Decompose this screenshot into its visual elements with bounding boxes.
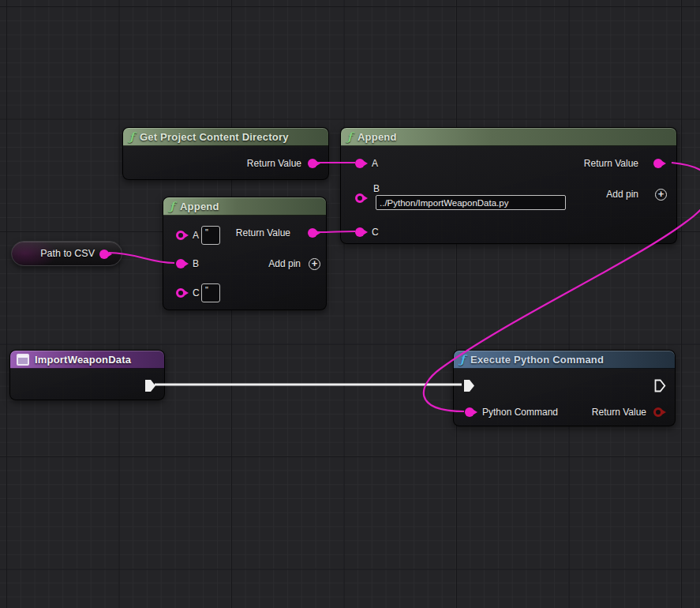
- pin-b-label: B: [373, 183, 380, 195]
- node-import-weapon-data-event[interactable]: ImportWeaponData: [9, 350, 165, 400]
- pin-b[interactable]: [176, 259, 185, 268]
- return-value-pin[interactable]: [653, 407, 663, 417]
- function-icon: ƒ: [170, 201, 174, 212]
- add-pin-icon[interactable]: +: [655, 189, 667, 201]
- pin-a-label: A: [193, 230, 199, 242]
- node-execute-python-command[interactable]: ƒ Execute Python Command Python Command …: [453, 350, 676, 426]
- return-value-pin[interactable]: [308, 228, 317, 238]
- node-header[interactable]: ƒ Get Project Content Directory: [123, 128, 328, 146]
- add-pin-label: Add pin: [268, 258, 301, 270]
- python-command-pin[interactable]: [465, 407, 474, 417]
- exec-output-pin[interactable]: [144, 379, 156, 392]
- pin-b-value-field[interactable]: [376, 195, 566, 210]
- pin-c-label: C: [372, 227, 379, 238]
- blueprint-graph-canvas[interactable]: ƒ Get Project Content Directory Return V…: [0, 0, 700, 608]
- node-header[interactable]: ƒ Execute Python Command: [454, 351, 675, 369]
- pin-b-label: B: [193, 258, 199, 270]
- pin-c[interactable]: [176, 288, 185, 298]
- pin-c[interactable]: [355, 227, 365, 237]
- return-value-label: Return Value: [236, 227, 290, 239]
- node-get-project-content-directory[interactable]: ƒ Get Project Content Directory Return V…: [122, 127, 329, 180]
- node-title: Get Project Content Directory: [140, 131, 289, 143]
- return-value-pin[interactable]: [308, 159, 317, 168]
- node-header[interactable]: ƒ Append: [341, 128, 676, 146]
- python-command-label: Python Command: [482, 407, 558, 418]
- node-append-main[interactable]: ƒ Append A B C Return Value Add pin +: [340, 127, 677, 244]
- pin-a[interactable]: [176, 231, 185, 240]
- exec-input-pin[interactable]: [463, 379, 475, 392]
- node-header[interactable]: ImportWeaponData: [10, 351, 164, 369]
- pin-a[interactable]: [355, 159, 365, 168]
- node-header[interactable]: ƒ Append: [163, 197, 326, 216]
- node-title: Append: [180, 201, 219, 212]
- node-title: Execute Python Command: [470, 354, 604, 366]
- function-icon: ƒ: [347, 131, 352, 142]
- function-icon: ƒ: [129, 131, 134, 142]
- variable-output-pin[interactable]: [99, 250, 109, 259]
- return-value-pin[interactable]: [653, 159, 663, 168]
- node-path-to-csv-variable[interactable]: Path to CSV: [11, 241, 122, 266]
- pin-c-label: C: [193, 287, 200, 299]
- pin-b[interactable]: [355, 193, 365, 203]
- add-pin-icon[interactable]: +: [309, 258, 320, 270]
- exec-output-pin[interactable]: [654, 379, 666, 392]
- custom-event-icon: [17, 354, 29, 366]
- pin-c-value-field[interactable]: ": [201, 283, 220, 302]
- return-value-label: Return Value: [592, 407, 646, 418]
- pin-a-value-field[interactable]: ": [201, 226, 220, 245]
- add-pin-label: Add pin: [606, 189, 638, 201]
- return-value-label: Return Value: [584, 158, 638, 170]
- node-title: ImportWeaponData: [35, 354, 131, 366]
- return-value-label: Return Value: [247, 158, 301, 170]
- node-append-secondary[interactable]: ƒ Append A " B C " Return Value Add pin …: [163, 197, 327, 310]
- node-title: Append: [357, 131, 397, 143]
- variable-title: Path to CSV: [12, 242, 95, 265]
- pin-a-label: A: [372, 158, 378, 170]
- wire-layer: [0, 0, 700, 608]
- function-icon: ƒ: [460, 354, 465, 365]
